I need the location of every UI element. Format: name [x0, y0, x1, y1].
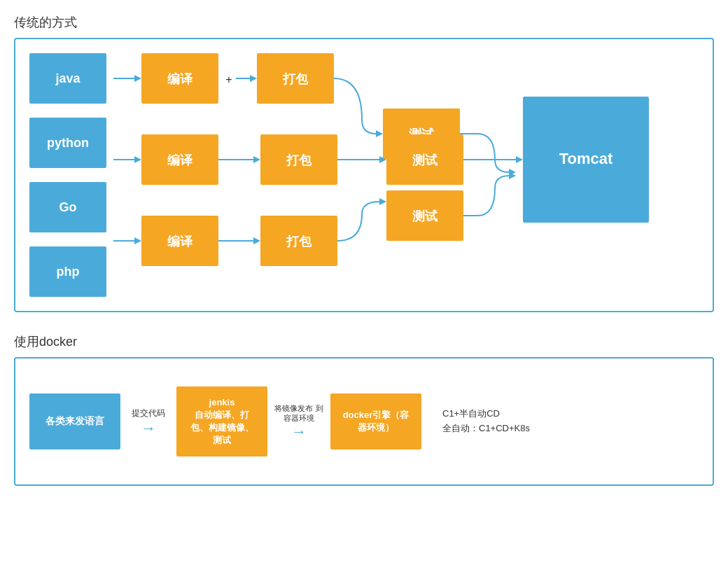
jenkins-box: jenkis 自动编译、打 包、构建镜像、 测试 — [176, 386, 267, 456]
lang-php: php — [29, 246, 106, 297]
docker-title: 使用docker — [14, 333, 714, 350]
svg-text:打包: 打包 — [282, 72, 309, 86]
svg-marker-13 — [134, 156, 141, 163]
docker-section: 使用docker 各类来发语言 提交代码 → jenkis 自动编译、打 包、构… — [14, 333, 714, 486]
traditional-section: 传统的方式 java python Go php 编译 — [14, 14, 714, 312]
svg-text:编译: 编译 — [167, 72, 193, 86]
svg-marker-32 — [379, 198, 386, 205]
svg-text:编译: 编译 — [167, 153, 193, 167]
svg-text:测试: 测试 — [412, 153, 438, 167]
svg-marker-29 — [253, 237, 260, 244]
traditional-flow-container: java python Go php 编译 + — [29, 53, 699, 297]
svg-text:+: + — [225, 74, 232, 85]
traditional-diagram: java python Go php 编译 + — [14, 38, 714, 312]
svg-marker-25 — [134, 237, 141, 244]
svg-text:打包: 打包 — [286, 235, 312, 249]
docker-diagram: 各类来发语言 提交代码 → jenkis 自动编译、打 包、构建镜像、 测试 将… — [14, 357, 714, 486]
submit-label: 提交代码 — [132, 407, 165, 419]
docker-engine-label: docker引擎（容 器环境） — [343, 409, 410, 434]
svg-marker-1 — [134, 75, 141, 82]
docker-engine-box: docker引擎（容 器环境） — [330, 393, 421, 449]
lang-go: Go — [29, 182, 106, 232]
jenkins-label: jenkis 自动编译、打 包、构建镜像、 测试 — [190, 396, 254, 447]
svg-marker-38 — [516, 156, 523, 163]
submit-arrow: 提交代码 → — [120, 407, 176, 436]
publish-arrow: 将镜像发布 到容器环境 → — [267, 403, 330, 440]
svg-text:编译: 编译 — [167, 235, 193, 249]
flow-arrows-svg: 编译 + 打包 测试 — [113, 53, 582, 291]
svg-marker-17 — [253, 156, 260, 163]
docker-lang-box: 各类来发语言 — [29, 393, 120, 449]
svg-text:打包: 打包 — [286, 153, 312, 167]
language-column: java python Go php — [29, 53, 106, 297]
svg-text:测试: 测试 — [412, 209, 438, 223]
svg-marker-6 — [250, 75, 257, 82]
ci-cd-text: C1+半自动CD 全自动：C1+CD+K8s — [442, 407, 530, 436]
svg-text:Tomcat: Tomcat — [559, 150, 613, 167]
lang-java: java — [29, 53, 106, 104]
svg-marker-9 — [376, 130, 383, 137]
lang-python: python — [29, 118, 106, 168]
traditional-title: 传统的方式 — [14, 14, 714, 31]
publish-label: 将镜像发布 到容器环境 — [271, 403, 327, 424]
